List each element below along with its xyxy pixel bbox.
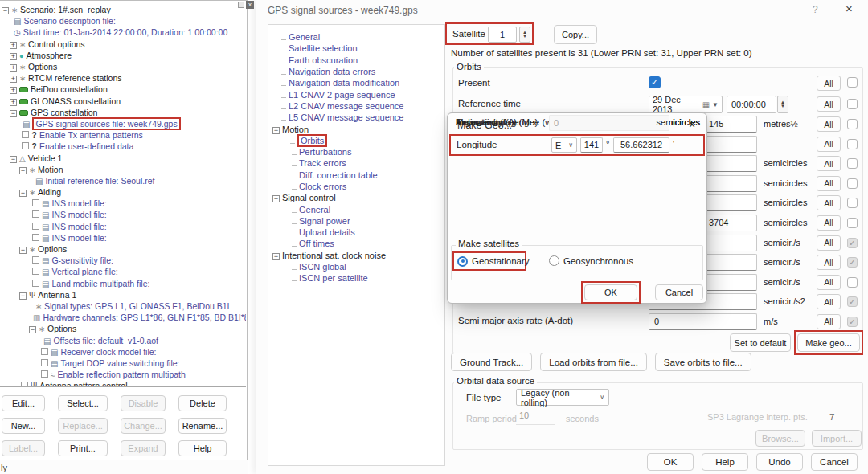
geosynchronous-radio[interactable] <box>549 255 559 266</box>
present-all-checkbox[interactable] <box>847 77 858 88</box>
nav-tree-item[interactable]: Off times <box>268 238 444 249</box>
orbit-file-button[interactable]: Ground Track... <box>451 353 532 371</box>
nav-tree-item[interactable]: General <box>268 203 444 215</box>
nav-tree-item[interactable]: Clock errors <box>268 181 444 192</box>
tree-item[interactable]: ▤ INS model file: <box>0 232 246 243</box>
tree-action-button[interactable]: Edit... <box>2 395 45 411</box>
dialog-bottom-button[interactable]: Undo <box>756 453 803 471</box>
tree-item[interactable]: − GPS constellation <box>0 107 246 118</box>
orbit-all-button[interactable]: All <box>817 156 841 171</box>
minimize-icon[interactable] <box>238 2 244 8</box>
satellite-stepper[interactable]: ▲▼ <box>519 27 530 43</box>
browse-button[interactable]: Browse... <box>755 430 805 447</box>
tree-item[interactable]: ▤ INS model file: <box>0 198 246 209</box>
orbit-all-checkbox[interactable] <box>847 218 858 228</box>
tree-item[interactable]: ? Enable user-defined data <box>0 141 246 152</box>
tree-item[interactable]: ▤ INS model file: <box>0 209 246 220</box>
orbit-value-field[interactable]: 0 <box>649 313 757 330</box>
tree-item[interactable]: +● Atmosphere <box>0 50 246 61</box>
orbit-all-checkbox[interactable] <box>847 158 858 169</box>
nav-tree-item[interactable]: Signal power <box>268 215 444 227</box>
longitude-minutes-field[interactable]: 56.662312 <box>613 137 669 153</box>
tree-item[interactable]: −∗ Motion <box>0 164 246 175</box>
tree-action-button[interactable]: Delete <box>178 395 227 411</box>
orbit-all-button[interactable]: All <box>817 255 841 270</box>
ok-button[interactable]: OK <box>584 284 637 300</box>
orbit-all-button[interactable]: All <box>817 215 841 231</box>
time-field[interactable]: 00:00:00 <box>727 96 776 113</box>
orbit-all-button[interactable]: All <box>817 195 841 210</box>
orbit-file-button[interactable]: Save orbits to file... <box>655 353 751 371</box>
orbit-file-button[interactable]: Load orbits from file... <box>540 353 647 371</box>
file-type-select[interactable]: Legacy (non-rolling) ∨ <box>516 389 609 406</box>
import-button[interactable]: Import... <box>812 430 862 447</box>
tree-item[interactable]: ▤ GPS signal sources file: week749.gps <box>0 118 246 129</box>
tree-item[interactable]: Ψ Antenna pattern control <box>0 380 246 387</box>
orbit-all-checkbox[interactable] <box>847 296 858 307</box>
tree-item[interactable]: + BeiDou constellation <box>0 84 246 95</box>
nav-tree-item[interactable]: − Motion <box>268 123 444 134</box>
nav-tree-item[interactable]: ISCN per satellite <box>268 272 444 284</box>
orbit-all-checkbox[interactable] <box>847 139 858 149</box>
set-to-default-button[interactable]: Set to default <box>730 333 791 352</box>
orbit-all-button[interactable]: All <box>817 137 841 152</box>
tree-action-button[interactable]: Select... <box>58 395 108 411</box>
time-stepper[interactable]: ▲▼ <box>777 96 788 113</box>
tree-action-button[interactable]: Rename... <box>178 418 227 434</box>
orbit-all-button[interactable]: All <box>817 116 841 132</box>
tree-item[interactable]: +∗ Control options <box>0 39 246 50</box>
geostationary-radio[interactable] <box>457 256 468 267</box>
tree-item[interactable]: ▤ Vertical plane file: <box>0 266 246 277</box>
orbit-all-checkbox[interactable] <box>847 119 858 129</box>
tree-item[interactable]: ▤ Target DOP value switching file: <box>0 358 246 369</box>
nav-tree-item[interactable]: L2 CNAV message sequence <box>268 100 444 112</box>
tree-action-button[interactable]: Change... <box>121 418 166 434</box>
tree-item[interactable]: + GLONASS constellation <box>0 96 246 107</box>
nav-tree-item[interactable]: L5 CNAV message sequence <box>268 112 444 123</box>
dialog-bottom-button[interactable]: Help <box>702 453 748 471</box>
longitude-degrees-field[interactable]: 141 <box>580 137 603 153</box>
tree-action-button[interactable]: New... <box>2 418 45 434</box>
nav-tree-item[interactable]: Diff. correction table <box>268 170 444 181</box>
satellite-number-field[interactable]: 1 <box>488 27 517 43</box>
tree-item[interactable]: −∗ Aiding <box>0 186 246 198</box>
tree-item[interactable]: ▤ G-sensitivity file: <box>0 255 246 266</box>
help-icon[interactable]: ? <box>813 4 818 15</box>
tree-item[interactable]: −Ψ Antenna 1 <box>0 289 246 300</box>
make-geo-button[interactable]: Make geo... <box>797 333 860 352</box>
orbit-all-checkbox[interactable] <box>847 198 858 208</box>
orbit-all-button[interactable]: All <box>817 275 841 290</box>
tree-item[interactable]: ? Enable Tx antenna patterns <box>0 129 246 141</box>
nav-tree-item[interactable]: − Intentional sat. clock noise <box>268 250 444 261</box>
tree-item[interactable]: ∗ Signal types: GPS L1, GLONASS F1, BeiD… <box>0 300 246 312</box>
tree-item[interactable]: ▤ INS model file: <box>0 221 246 232</box>
orbit-all-button[interactable]: All <box>817 235 841 251</box>
tree-item[interactable]: ▤ Offsets file: default_v1-0.aof <box>0 334 246 345</box>
orbit-all-checkbox[interactable] <box>847 317 858 327</box>
tree-item[interactable]: −∗ Options <box>0 243 246 255</box>
nav-tree-item[interactable]: Satellite selection <box>268 43 444 54</box>
orbit-all-checkbox[interactable] <box>847 178 858 189</box>
reference-time-all-button[interactable]: All <box>817 96 841 112</box>
tree-item[interactable]: ▥ Hardware channels: GPS L1*86, GLN F1*8… <box>0 312 246 323</box>
tree-action-button[interactable]: Help <box>178 440 227 456</box>
present-all-button[interactable]: All <box>817 76 841 91</box>
reference-time-all-checkbox[interactable] <box>847 99 858 109</box>
tree-item[interactable]: +∗ Options <box>0 61 246 72</box>
tree-item[interactable]: −∗ Options <box>0 323 246 334</box>
close-icon[interactable]: × <box>845 2 853 15</box>
tree-action-button[interactable]: Disable <box>121 395 166 411</box>
orbit-all-button[interactable]: All <box>817 314 841 329</box>
cancel-button[interactable]: Cancel <box>655 284 703 300</box>
tree-item[interactable]: +∗ RTCM reference stations <box>0 72 246 84</box>
nav-tree-item[interactable]: Navigation data errors <box>268 66 444 77</box>
tree-item[interactable]: ▤ Land mobile multipath file: <box>0 278 246 289</box>
date-field[interactable]: 29 Dec 2013 ▦ ▼ <box>649 96 723 113</box>
tree-item[interactable]: ▤ Receiver clock model file: <box>0 346 246 358</box>
tree-action-button[interactable]: Label... <box>2 440 45 456</box>
orbit-all-checkbox[interactable] <box>847 238 858 248</box>
tree-item[interactable]: ◷ Start time: 01-Jan-2014 22:00:00, Dura… <box>0 27 246 38</box>
tree-action-button[interactable]: Replace... <box>58 418 108 434</box>
close-icon[interactable]: x <box>246 1 254 9</box>
orbit-all-checkbox[interactable] <box>847 257 858 268</box>
